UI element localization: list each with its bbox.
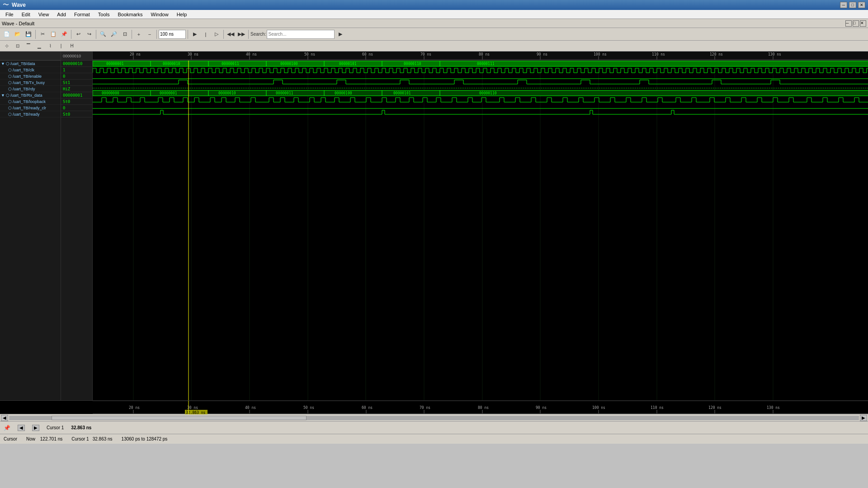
scrollbar-horizontal[interactable]: ◀ ▶ xyxy=(0,414,868,421)
svg-text:00000101: 00000101 xyxy=(339,62,357,66)
svg-text:20 ns: 20 ns xyxy=(130,52,141,56)
delete-signal-button[interactable]: − xyxy=(145,29,155,39)
svg-text:70 ns: 70 ns xyxy=(420,406,430,410)
scroll-thumb[interactable] xyxy=(52,416,307,420)
zoom-fit-button[interactable]: ⊡ xyxy=(120,29,130,39)
menu-add[interactable]: Add xyxy=(53,11,70,18)
cursor-btn[interactable]: | xyxy=(201,29,211,39)
sub-title-bar: Wave - Default ─ □ ✕ xyxy=(0,19,868,28)
sub-close-button[interactable]: ✕ xyxy=(860,20,866,27)
wave-button[interactable]: ⌇ xyxy=(45,41,55,51)
zoom-out-button[interactable]: 🔎 xyxy=(109,29,119,39)
save-button[interactable]: 💾 xyxy=(24,29,33,39)
signal-row-readyclr[interactable]: ⬡ /uart_TB/ready_clr xyxy=(0,105,61,111)
svg-text:00000100: 00000100 xyxy=(280,62,298,66)
now-label: Now xyxy=(26,436,35,441)
signal-name-clk: /uart_TB/clk xyxy=(13,68,34,72)
cursor-label-text: Cursor xyxy=(4,436,17,441)
menu-tools[interactable]: Tools xyxy=(94,11,113,18)
menu-format[interactable]: Format xyxy=(71,11,94,18)
menu-help[interactable]: Help xyxy=(173,11,191,18)
undo-button[interactable]: ↩ xyxy=(73,29,83,39)
play-btn[interactable]: ▷ xyxy=(212,29,222,39)
signal-row-rdy[interactable]: ⬡ /uart_TB/rdy xyxy=(0,86,61,92)
logic-high-button[interactable]: ▔ xyxy=(24,41,33,51)
cursor-bar: 📌 ◀ ▶ Cursor 1 32.863 ns xyxy=(0,421,868,434)
svg-text:50 ns: 50 ns xyxy=(304,52,315,56)
svg-text:00000010: 00000010 xyxy=(163,62,180,66)
search-input[interactable] xyxy=(267,30,335,39)
cut-button[interactable]: ✂ xyxy=(38,29,47,39)
value-row-clk: 1 xyxy=(61,67,92,73)
menu-view[interactable]: View xyxy=(35,11,53,18)
search-label: Search: xyxy=(250,32,266,37)
zoom-region-button[interactable]: ⊡ xyxy=(13,41,23,51)
signal-row-data[interactable]: ▼ ⬡ /uart_TB/data xyxy=(0,61,61,67)
value-row-ready: St0 xyxy=(61,111,92,117)
sub-maximize-button[interactable]: □ xyxy=(853,20,859,27)
hex-button[interactable]: H xyxy=(67,41,77,51)
main-area: ▼ ⬡ /uart_TB/data ⬡ /uart_TB/clk ⬡ /uart… xyxy=(0,52,868,444)
svg-text:40 ns: 40 ns xyxy=(246,52,257,56)
add-signal-button[interactable]: + xyxy=(134,29,144,39)
signal-row-loopback[interactable]: ⬡ /uart_TB/loopback xyxy=(0,99,61,105)
value-row-rxdata: 00000001 xyxy=(61,92,92,99)
time-ruler-svg: 20 ns 30 ns 40 ns 50 ns 60 ns 70 ns xyxy=(93,52,868,61)
copy-button[interactable]: 📋 xyxy=(48,29,58,39)
open-button[interactable]: 📂 xyxy=(13,29,23,39)
scroll-track[interactable] xyxy=(9,416,859,420)
signal-row-rxdata[interactable]: ▼ ⬡ /uart_TB/Rx_data xyxy=(0,92,61,99)
paste-button[interactable]: 📌 xyxy=(59,29,69,39)
marker-btn[interactable]: ▶ xyxy=(190,29,200,39)
logic-low-button[interactable]: ▁ xyxy=(34,41,44,51)
cursor-nav-prev[interactable]: ◀ xyxy=(18,425,25,431)
svg-text:50 ns: 50 ns xyxy=(303,406,314,410)
menu-edit[interactable]: Edit xyxy=(18,11,34,18)
cursor-nav-next[interactable]: ▶ xyxy=(32,425,39,431)
new-button[interactable]: 📄 xyxy=(2,29,12,39)
menu-bookmarks[interactable]: Bookmarks xyxy=(114,11,146,18)
sub-title-label: Wave - Default xyxy=(2,21,34,26)
sub-minimize-button[interactable]: ─ xyxy=(845,20,852,27)
maximize-button[interactable]: □ xyxy=(849,2,856,8)
search-go-button[interactable]: ▶ xyxy=(335,29,345,39)
signal-panel-header xyxy=(0,52,61,61)
signal-row-clk[interactable]: ⬡ /uart_TB/clk xyxy=(0,67,61,73)
range-value: 13060 ps to 128472 ps xyxy=(122,436,168,441)
zoom-in-button[interactable]: 🔍 xyxy=(98,29,108,39)
msgs-label: 00000010 xyxy=(63,54,81,58)
waveform-display[interactable]: 00000001 00000010 00000011 00000100 0000… xyxy=(93,61,868,400)
toolbar-sep-3 xyxy=(96,30,96,39)
redo-button[interactable]: ↪ xyxy=(84,29,94,39)
signal-row-ready[interactable]: ⬡ /uart_TB/ready xyxy=(0,111,61,117)
cursor-select-button[interactable]: ⊹ xyxy=(2,41,12,51)
value-row-data: 00000010 xyxy=(61,61,92,67)
scroll-right-btn[interactable]: ▶ xyxy=(860,415,867,421)
cursor-bottom-label: Cursor xyxy=(4,436,17,441)
signal-row-txbusy[interactable]: ⬡ /uart_TB/Tx_busy xyxy=(0,80,61,86)
zoom-value-input[interactable] xyxy=(159,30,186,39)
sep-button[interactable]: | xyxy=(56,41,66,51)
svg-text:00000011: 00000011 xyxy=(222,62,239,66)
signal-list: ▼ ⬡ /uart_TB/data ⬡ /uart_TB/clk ⬡ /uart… xyxy=(0,61,61,117)
cursor-1-label: Cursor 1 xyxy=(71,436,89,441)
close-button[interactable]: ✕ xyxy=(858,2,865,8)
svg-text:90 ns: 90 ns xyxy=(537,52,547,56)
waveform-panel[interactable]: 20 ns 30 ns 40 ns 50 ns 60 ns 70 ns xyxy=(93,52,868,400)
cursor-time-value: 32.863 ns xyxy=(71,425,91,430)
svg-text:80 ns: 80 ns xyxy=(479,52,490,56)
menu-window[interactable]: Window xyxy=(147,11,172,18)
svg-text:00000000: 00000000 xyxy=(102,91,119,95)
cursor-icon: 📌 xyxy=(4,425,10,431)
svg-text:30 ns: 30 ns xyxy=(188,52,198,56)
svg-text:00000110: 00000110 xyxy=(479,91,497,95)
nav-prev-button[interactable]: ◀◀ xyxy=(226,29,236,39)
scroll-left-btn[interactable]: ◀ xyxy=(1,415,8,421)
nav-next-button[interactable]: ▶▶ xyxy=(236,29,246,39)
toolbar-sep-7 xyxy=(223,30,224,39)
minimize-button[interactable]: ─ xyxy=(840,2,847,8)
menu-file[interactable]: File xyxy=(2,11,17,18)
value-panel: 00000010 00000010 1 0 St1 HiZ 00000001 S… xyxy=(61,52,93,400)
signal-row-enable[interactable]: ⬡ /uart_TB/enable xyxy=(0,73,61,80)
time-range-indicator: Now 122.701 ns xyxy=(26,436,62,441)
